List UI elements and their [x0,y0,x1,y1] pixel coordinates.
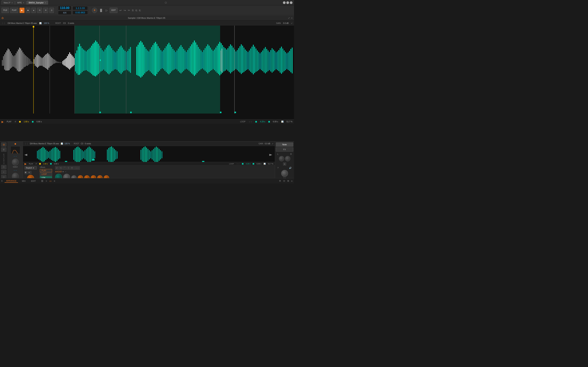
grid-icon[interactable]: ⊞ [287,180,289,182]
out-knob[interactable] [281,170,288,177]
inner-cents[interactable]: 0 cents [85,142,91,145]
power-sidebar-icon[interactable]: ⏻ [1,142,7,147]
speaker-icon[interactable]: 🔊 [289,167,292,169]
end-time[interactable]: 6.86 s [36,121,42,123]
bars-icon[interactable]: ≡ [54,180,55,182]
tab-bws4[interactable]: BWS4_Sampler × [26,0,48,5]
env-gate[interactable]: ⊓ [70,166,74,170]
bars-display[interactable]: 1.2.3.33 [73,6,88,10]
paste-alt-button[interactable]: ⎗ [138,8,141,13]
punch-button[interactable]: ✛ [43,8,48,13]
monitor-button[interactable]: ⎙ [49,8,54,13]
select-knob[interactable] [12,159,19,166]
seconds-display[interactable]: 0:00.863 [73,10,88,15]
waveform-canvas[interactable] [0,26,294,114]
svg-rect-12 [11,53,12,68]
env-linear[interactable]: ⌇ [67,166,70,170]
root-cents[interactable]: 0 cents [68,22,74,24]
edit-button[interactable]: EDIT [110,8,118,13]
svg-rect-205 [262,50,263,71]
repitch-dropdown[interactable]: Repitch ▾ [25,166,37,170]
paste-button[interactable]: ⎗ [135,8,138,13]
svg-rect-24 [25,55,26,67]
loop-end[interactable]: 6.09 s [273,121,278,123]
minimize-button[interactable] [283,1,285,4]
waveform-zoom[interactable]: 100 % [44,22,49,24]
start-time[interactable]: 1.68 s [24,121,29,123]
mini-loop-start[interactable]: 4.29 s [246,163,251,165]
tab-close-bws4[interactable]: × [45,2,46,4]
settings-icon[interactable]: ⚙ [279,180,281,182]
tab-close-new2[interactable]: × [11,2,13,4]
gain-value[interactable]: 0.0 dB [283,22,289,24]
bpm-display[interactable]: 110.00 [58,6,71,10]
root-note[interactable]: C3 [63,22,66,24]
ahdsr-link-icon[interactable]: → [64,170,67,173]
inner-root[interactable]: C3 [81,142,83,145]
ahdsr-dropdown[interactable]: ▾ [63,170,64,173]
expand-icon[interactable]: ⤢ [288,17,290,19]
mixer-bottom-icon[interactable]: ≡ [291,180,293,182]
rect-icon[interactable]: ▭ [49,180,52,182]
power-icon[interactable]: ⏻ [1,17,4,19]
tab-arrange[interactable]: ARRANGE [5,179,18,183]
env-undo[interactable]: ↩ [55,166,59,170]
l-knob[interactable] [279,156,284,161]
tab-edit[interactable]: EDIT [29,179,37,183]
arrange-icon[interactable]: ⌗ [46,180,47,182]
tab-new2[interactable]: New 2* × [1,0,15,5]
tab-mix[interactable]: MIX [20,179,27,183]
loop-button[interactable]: ⟲ [37,8,42,13]
mixer-icon[interactable]: ▐▌ [98,8,104,13]
loop-offset-button[interactable]: LOOP [40,173,52,176]
export-icon[interactable]: ⊡ [283,180,285,182]
tab-mpe[interactable]: MPE × [15,0,26,5]
mini-loop-percent[interactable]: 51.7 % [268,163,273,165]
play-transport-button[interactable]: ▶ [19,8,25,13]
copy-button[interactable]: ⎘ [131,8,134,13]
inner-gain[interactable]: 0.0 dB [265,142,270,145]
mini-waveform[interactable]: ◀ ▶ [23,146,275,162]
repitch-snowflake[interactable]: ❄ [25,171,27,174]
info-icon[interactable]: ℹ [1,180,2,182]
sampler-icon-1[interactable]: ⬡ [1,165,7,169]
mini-end-time[interactable]: 6.86 s [54,163,59,165]
cut-button[interactable]: ✂ [127,8,131,13]
close-button[interactable] [290,1,293,4]
tab-close-mpe[interactable]: × [23,2,24,4]
mini-start-time[interactable]: 1.68 s [43,163,48,165]
env-double-arrow[interactable]: →→ [74,166,80,170]
title-bar: New 2* × MPE × BWS4_Sampler × ⬡ [0,0,294,5]
play-offset-button[interactable]: PLAY [40,169,52,172]
record-button[interactable]: ● [31,8,36,13]
maximize-button[interactable] [286,1,289,4]
close-sampler-icon[interactable]: × [291,17,293,19]
midi-icon[interactable]: ▷ [105,8,109,13]
settings-sidebar-icon[interactable]: ☰ [1,147,7,151]
mini-play-icon: ▶ [25,162,26,165]
note-button[interactable]: Note [276,142,293,147]
time-sig-display[interactable]: 4/4 [58,11,71,15]
repitch-wave[interactable]: ≈ [28,171,31,174]
plus-button[interactable]: + [283,162,286,166]
inner-expand-icon[interactable]: ⤢ [272,142,273,145]
play-button[interactable]: PLAY [10,8,18,13]
sampler-icon-2[interactable]: + [1,170,7,174]
loop-start[interactable]: 4.29 s [260,121,265,123]
file-button[interactable]: FILE [1,8,9,13]
add-button[interactable]: + [92,8,97,13]
fx-button[interactable]: FX [276,147,293,151]
mini-loop-end[interactable]: 6.09 s [257,163,261,165]
link-icon[interactable]: ⛓ [41,180,43,182]
question-button[interactable]: ? [277,167,278,169]
svg-rect-22 [23,52,23,69]
expand-waveform-icon[interactable]: ⤢ [291,22,293,24]
env-curve[interactable]: ⌒ [63,166,67,170]
undo-button[interactable]: ↩ [119,8,122,13]
env-redo[interactable]: ↪ [59,166,62,170]
stop-button[interactable]: ■ [26,8,30,13]
inner-zoom[interactable]: 100 % [64,142,70,145]
loop-percent[interactable]: 51.7 % [286,121,293,123]
r-knob[interactable] [285,156,290,161]
redo-button[interactable]: ↪ [123,8,127,13]
